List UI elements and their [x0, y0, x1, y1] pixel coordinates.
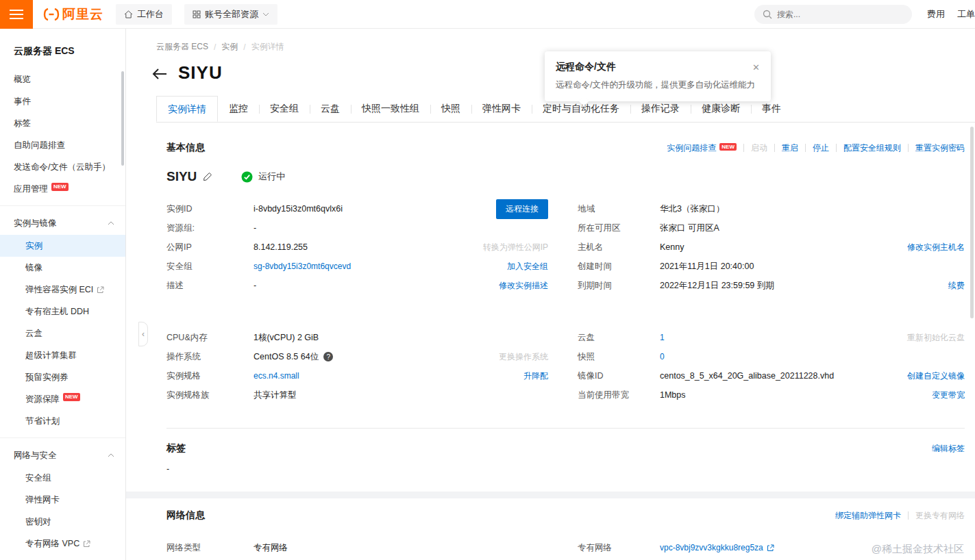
sidebar-item-key-pairs[interactable]: 密钥对 [0, 511, 125, 533]
sidebar-item-instances[interactable]: 实例 [0, 235, 125, 257]
field-label: 网络类型 [166, 542, 254, 554]
network-type-value: 专有网络 [254, 542, 288, 554]
edit-description-link[interactable]: 修改实例描述 [499, 280, 548, 292]
sidebar-section-network-security[interactable]: 网络与安全 [0, 444, 125, 467]
description-value: - [254, 281, 256, 290]
create-custom-image-link[interactable]: 创建自定义镜像 [907, 370, 965, 382]
remote-command-tooltip: 远程命令/文件 ✕ 远程命令/文件的升级功能，提供更多自动化运维能力 [545, 51, 771, 101]
change-bandwidth-link[interactable]: 变更带宽 [932, 390, 965, 401]
sidebar-item-troubleshoot[interactable]: 自助问题排查 [0, 134, 125, 156]
sidebar-item-resource-assurance[interactable]: 资源保障 NEW [0, 388, 125, 410]
remote-connect-button[interactable]: 远程连接 [496, 199, 548, 219]
sidebar-item-security-groups[interactable]: 安全组 [0, 467, 125, 489]
field-label: 实例规格族 [166, 390, 254, 401]
tab-snapshots[interactable]: 快照 [430, 96, 471, 122]
sidebar-item-cloudbox[interactable]: 云盒 [0, 322, 125, 344]
sidebar-item-savings-plans[interactable]: 节省计划 [0, 410, 125, 432]
sidebar-item-tags[interactable]: 标签 [0, 112, 125, 134]
sidebar-item-cloud-assistant[interactable]: 发送命令/文件（云助手） [0, 156, 125, 178]
sidebar-item-enis[interactable]: 弹性网卡 [0, 489, 125, 511]
sidebar-item-reserved-instances[interactable]: 预留实例券 [0, 366, 125, 388]
field-label: 快照 [578, 351, 660, 363]
billing-link[interactable]: 费用 [927, 8, 945, 21]
security-group-link[interactable]: sg-8vbdy15i3z0mt6qvcevd [254, 262, 351, 271]
aliyun-logo[interactable]: 阿里云 [42, 5, 103, 23]
expire-time-value: 2022年12月1日 23:59:59 到期 [660, 280, 774, 292]
field-label: 地域 [578, 203, 660, 215]
field-label: 镜像ID [578, 370, 660, 382]
edit-hostname-link[interactable]: 修改实例主机名 [907, 242, 965, 253]
upgrade-downgrade-link[interactable]: 升降配 [523, 370, 548, 382]
field-description: 描述 - 修改实例描述 [166, 276, 548, 295]
workbench-button[interactable]: 工作台 [116, 4, 172, 25]
hostname-value: Kenny [660, 242, 684, 252]
close-icon[interactable]: ✕ [752, 63, 760, 72]
chevron-up-icon [108, 221, 114, 225]
basic-info-card: 基本信息 实例问题排查NEW 启动 重启 停止 配置安全组规则 重置实例密码 S… [126, 142, 975, 474]
sidebar-item-super-computing[interactable]: 超级计算集群 [0, 344, 125, 366]
snapshot-count-link[interactable]: 0 [660, 352, 665, 361]
network-info-grid: 网络类型 专有网络 专有网络 vpc-8vbj9zvv3kgkku8reg5za [166, 538, 965, 557]
sidebar-collapse-handle[interactable]: ‹ [138, 322, 148, 346]
join-security-group-link[interactable]: 加入安全组 [507, 261, 548, 272]
reset-password-link[interactable]: 重置实例密码 [915, 142, 965, 154]
ticket-link[interactable]: 工单 [957, 8, 975, 21]
field-label: 创建时间 [578, 261, 660, 272]
sidebar-item-images[interactable]: 镜像 [0, 257, 125, 279]
breadcrumb-ecs[interactable]: 云服务器 ECS [156, 41, 208, 53]
bind-secondary-eni-link[interactable]: 绑定辅助弹性网卡 [835, 510, 901, 522]
tab-enis[interactable]: 弹性网卡 [471, 96, 532, 122]
breadcrumb-separator: / [243, 42, 245, 52]
stop-button[interactable]: 停止 [813, 142, 829, 154]
topbar: 阿里云 工作台 账号全部资源 费用 工单 [0, 0, 975, 29]
field-resource-group: 资源组: - [166, 218, 548, 238]
field-label: 主机名 [578, 242, 660, 253]
tab-instance-details[interactable]: 实例详情 [156, 96, 218, 122]
hamburger-menu-icon[interactable] [0, 0, 33, 29]
tab-snapshot-consistency-groups[interactable]: 快照一致性组 [351, 96, 430, 122]
disk-count-link[interactable]: 1 [660, 333, 665, 342]
sidebar-item-vpc[interactable]: 专有网络 VPC [0, 533, 125, 555]
divider [908, 511, 909, 520]
account-resources-dropdown[interactable]: 账号全部资源 [184, 4, 277, 25]
field-label: 云盘 [578, 332, 660, 344]
help-icon[interactable]: ? [323, 352, 333, 361]
sidebar-item-app-management[interactable]: 应用管理 NEW [0, 178, 125, 200]
field-bandwidth: 当前使用带宽 1Mbps 变更带宽 [578, 385, 965, 405]
sidebar-item-events[interactable]: 事件 [0, 90, 125, 112]
bandwidth-value: 1Mbps [660, 390, 686, 400]
vpc-link[interactable]: vpc-8vbj9zvv3kgkku8reg5za [660, 543, 774, 552]
configure-sg-rules-link[interactable]: 配置安全组规则 [843, 142, 901, 154]
field-public-ip: 公网IP 8.142.119.255 转换为弹性公网IP [166, 238, 548, 257]
sidebar-section-instances-images[interactable]: 实例与镜像 [0, 212, 125, 235]
sidebar: 云服务器 ECS 概览 事件 标签 自助问题排查 发送命令/文件（云助手） 应用… [0, 29, 126, 560]
main-scrollbar[interactable] [970, 127, 974, 318]
sidebar-divider [0, 205, 125, 206]
watermark: @稀土掘金技术社区 [872, 543, 964, 556]
sidebar-item-overview[interactable]: 概览 [0, 68, 125, 90]
network-info-title: 网络信息 [166, 509, 205, 522]
edit-pencil-icon[interactable] [203, 172, 212, 181]
field-label: 到期时间 [578, 280, 660, 292]
renew-link[interactable]: 续费 [948, 280, 965, 292]
field-zone: 所在可用区 张家口 可用区A [578, 218, 965, 238]
external-link-icon [97, 286, 104, 294]
zone-value: 张家口 可用区A [660, 222, 719, 234]
global-search[interactable] [754, 5, 912, 24]
tab-disks[interactable]: 云盘 [310, 96, 351, 122]
tab-security-groups[interactable]: 安全组 [259, 96, 310, 122]
troubleshoot-link[interactable]: 实例问题排查NEW [667, 142, 737, 154]
breadcrumb-instances[interactable]: 实例 [221, 41, 238, 53]
sidebar-item-ddh[interactable]: 专有宿主机 DDH [0, 301, 125, 322]
field-created-time: 创建时间 2021年11月1日 20:40:00 [578, 257, 965, 276]
instance-id-value: i-8vbdy15i3z0mt6qvlx6i [254, 204, 343, 214]
reboot-button[interactable]: 重启 [782, 142, 798, 154]
tab-monitoring[interactable]: 监控 [218, 96, 259, 122]
field-os: 操作系统 CentOS 8.5 64位 ? 更换操作系统 [166, 347, 548, 366]
back-arrow-icon[interactable] [152, 67, 167, 79]
sidebar-item-eci[interactable]: 弹性容器实例 ECI [0, 279, 125, 301]
edit-tags-link[interactable]: 编辑标签 [932, 443, 965, 455]
sidebar-scrollbar[interactable] [121, 71, 124, 166]
search-input[interactable] [777, 10, 904, 19]
instance-type-link[interactable]: ecs.n4.small [254, 371, 299, 381]
